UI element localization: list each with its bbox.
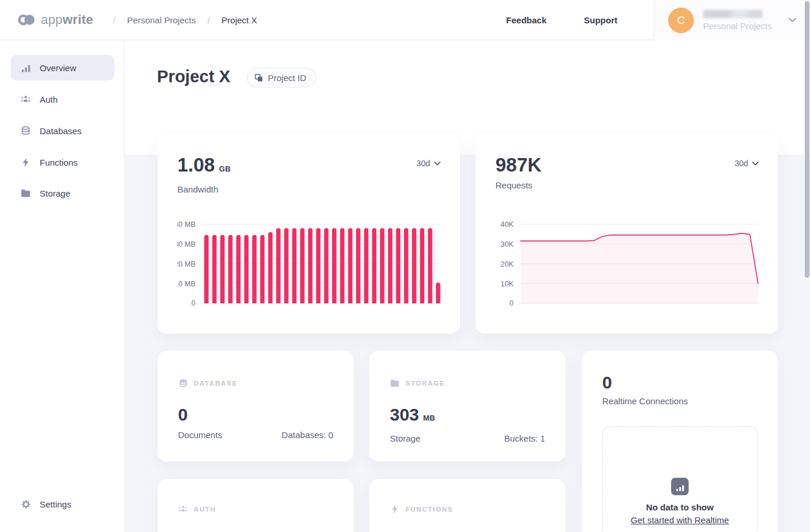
bandwidth-unit: GB — [219, 159, 231, 179]
auth-section-label: AUTH — [194, 506, 216, 513]
storage-size: 303MB — [369, 405, 565, 428]
get-started-realtime-link[interactable]: Get started with Realtime — [631, 515, 729, 525]
documents-count: 0 — [158, 405, 354, 424]
breadcrumb-separator: / — [207, 15, 210, 25]
main-content: Project X Project ID 1.08GB 30d Bandwidt… — [125, 40, 810, 532]
functions-section-label: FUNCTIONS — [406, 506, 453, 513]
storage-section-label: STORAGE — [406, 380, 445, 387]
top-bar: appwrite / Personal Projects / Project X… — [0, 0, 810, 40]
auth-card: AUTH — [158, 479, 354, 532]
vertical-scrollbar[interactable] — [805, 1, 809, 278]
account-meta: Personal Projects — [703, 10, 772, 31]
svg-text:30K: 30K — [501, 240, 514, 249]
sidebar-item-label: Functions — [40, 158, 78, 167]
chevron-down-icon — [752, 162, 759, 166]
database-card: DATABASE 0 Documents Databases: 0 — [158, 351, 354, 461]
realtime-empty-state: No data to show Get started with Realtim… — [602, 426, 757, 532]
realtime-connections-label: Realtime Connections — [582, 396, 778, 406]
database-section-label: DATABASE — [194, 380, 238, 387]
svg-text:20 MB: 20 MB — [177, 260, 195, 268]
feedback-link[interactable]: Feedback — [506, 15, 546, 25]
folder-icon — [390, 378, 400, 388]
sidebar-item-databases[interactable]: Databases — [11, 118, 114, 144]
svg-text:10K: 10K — [501, 279, 514, 288]
sidebar-item-label: Overview — [40, 63, 76, 73]
users-icon — [20, 94, 31, 104]
bandwidth-label: Bandwidth — [177, 184, 460, 194]
svg-text:30 MB: 30 MB — [177, 240, 195, 249]
requests-value: 987K — [495, 155, 542, 175]
breadcrumb-project: Project X — [222, 15, 257, 25]
lightning-icon — [20, 157, 31, 167]
bandwidth-value: 1.08GB — [177, 155, 231, 179]
copy-icon — [254, 74, 263, 82]
documents-label: Documents — [178, 430, 222, 440]
sidebar-item-label: Databases — [40, 126, 82, 136]
svg-text:0: 0 — [509, 299, 514, 307]
storage-size-unit: MB — [423, 409, 435, 428]
bandwidth-card: 1.08GB 30d Bandwidth 010 MB20 MB30 MB40 … — [158, 134, 460, 334]
breadcrumb-org[interactable]: Personal Projects — [127, 15, 196, 25]
no-data-title: No data to show — [646, 502, 714, 512]
appwrite-logo-text: appwrite — [41, 12, 93, 27]
appwrite-logo[interactable]: appwrite — [18, 12, 93, 27]
sidebar-item-label: Settings — [40, 499, 71, 509]
svg-text:10 MB: 10 MB — [177, 279, 195, 288]
bandwidth-chart: 010 MB20 MB30 MB40 MB — [177, 216, 441, 308]
sidebar: Overview Auth Databases Functions Storag… — [0, 40, 124, 532]
no-data-chart-icon — [671, 478, 689, 495]
buckets-count-label: Buckets: 1 — [504, 433, 545, 443]
breadcrumb: / Personal Projects / Project X — [113, 15, 257, 25]
area-chart-svg: 010K20K30K40K — [495, 216, 759, 308]
functions-card: FUNCTIONS — [369, 479, 565, 532]
svg-text:0: 0 — [191, 299, 195, 307]
account-org-label: Personal Projects — [703, 21, 772, 31]
sidebar-item-auth[interactable]: Auth — [11, 86, 114, 112]
bar-chart-icon — [20, 62, 31, 73]
support-link[interactable]: Support — [584, 15, 618, 25]
sidebar-item-functions[interactable]: Functions — [11, 149, 114, 175]
realtime-connections-count: 0 — [582, 351, 778, 393]
account-name-redacted — [703, 10, 763, 18]
database-icon — [20, 125, 31, 136]
bandwidth-range-select[interactable]: 30d — [417, 159, 441, 168]
chevron-down-icon — [434, 162, 441, 166]
svg-text:40 MB: 40 MB — [177, 220, 195, 229]
sidebar-item-storage[interactable]: Storage — [11, 180, 114, 206]
appwrite-console: appwrite / Personal Projects / Project X… — [0, 0, 810, 532]
users-icon — [178, 504, 188, 514]
requests-card: 987K 30d Requests 010K20K30K40K — [476, 134, 778, 334]
topbar-links: Feedback Support — [506, 15, 617, 25]
appwrite-logo-icon — [18, 12, 36, 27]
sidebar-item-label: Storage — [40, 188, 71, 198]
breadcrumb-separator: / — [113, 15, 116, 25]
page-title: Project X — [157, 67, 231, 86]
database-icon — [178, 378, 188, 388]
requests-chart: 010K20K30K40K — [495, 216, 759, 308]
requests-label: Requests — [495, 180, 778, 190]
svg-text:20K: 20K — [501, 260, 514, 268]
sidebar-item-overview[interactable]: Overview — [11, 55, 114, 80]
requests-range-select[interactable]: 30d — [735, 159, 759, 168]
storage-label: Storage — [390, 433, 421, 443]
lightning-icon — [390, 504, 400, 514]
folder-icon — [20, 188, 31, 198]
bar-chart-svg: 010 MB20 MB30 MB40 MB — [177, 216, 441, 308]
sidebar-item-settings[interactable]: Settings — [11, 491, 114, 517]
account-menu[interactable]: C Personal Projects — [654, 0, 810, 40]
svg-text:40K: 40K — [501, 220, 514, 229]
project-id-badge[interactable]: Project ID — [247, 68, 316, 88]
gear-icon — [20, 499, 31, 509]
chevron-down-icon — [788, 18, 797, 23]
project-id-badge-label: Project ID — [268, 73, 306, 83]
sidebar-item-label: Auth — [40, 94, 58, 104]
avatar: C — [668, 8, 694, 33]
realtime-card: 0 Realtime Connections No data to show G… — [582, 351, 778, 532]
databases-count-label: Databases: 0 — [282, 430, 333, 440]
storage-card: STORAGE 303MB Storage Buckets: 1 — [369, 351, 565, 461]
